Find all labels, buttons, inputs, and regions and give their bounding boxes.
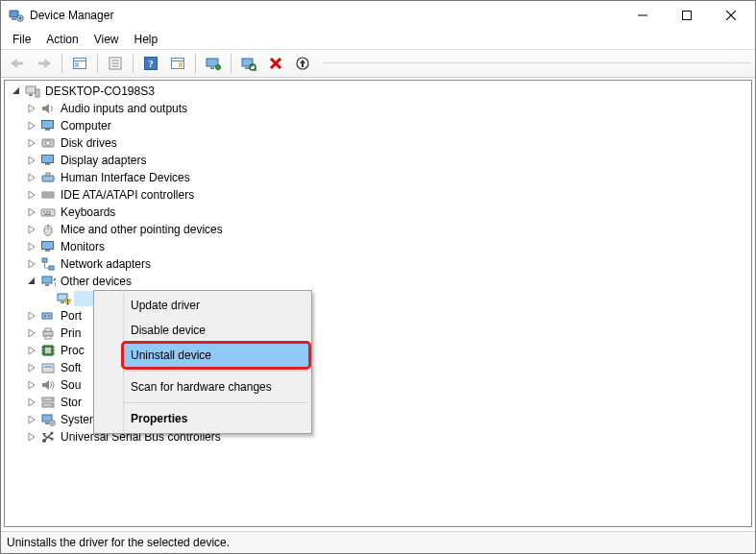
- cm-scan-hardware[interactable]: Scan for hardware changes: [123, 374, 309, 399]
- system-icon: [39, 412, 57, 427]
- svg-marker-42: [29, 122, 35, 130]
- svg-rect-6: [683, 12, 692, 20]
- port-icon: [39, 308, 57, 324]
- svg-rect-89: [45, 328, 51, 331]
- tree-item[interactable]: ?Other devices: [5, 273, 751, 290]
- uninstall-button[interactable]: [263, 51, 288, 76]
- scan-hardware-button[interactable]: [236, 51, 261, 76]
- tree-item[interactable]: Audio inputs and outputs: [5, 100, 751, 117]
- tree-item-label: Port: [59, 307, 84, 325]
- svg-rect-4: [18, 17, 22, 18]
- svg-rect-90: [45, 336, 51, 339]
- tree-item[interactable]: Monitors: [5, 238, 751, 255]
- svg-rect-84: [42, 313, 52, 319]
- svg-point-47: [46, 141, 51, 146]
- tree-item[interactable]: Keyboards: [5, 204, 751, 221]
- tree-item[interactable]: Network adapters: [5, 255, 751, 273]
- menu-view[interactable]: View: [86, 31, 127, 48]
- svg-rect-102: [44, 366, 52, 368]
- tree-item[interactable]: Mice and other pointing devices: [5, 221, 751, 238]
- close-button[interactable]: [709, 1, 753, 30]
- sound-icon: [39, 377, 57, 393]
- monitor-icon: [39, 153, 57, 168]
- expander-icon[interactable]: [24, 343, 39, 358]
- update-button[interactable]: [290, 51, 315, 76]
- svg-rect-26: [210, 67, 214, 69]
- menu-file[interactable]: File: [5, 31, 38, 48]
- show-hidden-button[interactable]: [67, 51, 92, 76]
- svg-rect-12: [38, 62, 44, 65]
- tree-root[interactable]: DESKTOP-CO198S3: [5, 83, 751, 100]
- back-button[interactable]: [5, 51, 30, 76]
- svg-rect-77: [45, 284, 49, 286]
- toolbar-separator: [195, 54, 196, 73]
- expander-icon[interactable]: [24, 187, 39, 203]
- tree-item[interactable]: IDE ATA/ATAPI controllers: [5, 186, 751, 204]
- expander-icon[interactable]: [24, 325, 39, 341]
- properties-button[interactable]: [103, 51, 128, 76]
- cm-disable-device[interactable]: Disable device: [123, 318, 309, 343]
- expander-icon[interactable]: [9, 84, 24, 99]
- svg-marker-48: [29, 157, 35, 164]
- svg-point-85: [44, 315, 46, 317]
- toolbar-separator: [61, 54, 62, 73]
- svg-rect-38: [29, 94, 33, 96]
- expander-icon[interactable]: [24, 412, 39, 427]
- svg-point-118: [51, 432, 54, 435]
- menubar: File Action View Help: [1, 30, 755, 49]
- expander-spacer: [39, 291, 55, 306]
- tree-item[interactable]: Computer: [5, 117, 751, 134]
- svg-marker-110: [29, 416, 35, 423]
- svg-marker-11: [44, 59, 51, 68]
- expander-icon[interactable]: [24, 256, 39, 272]
- svg-marker-67: [29, 243, 35, 251]
- expander-icon[interactable]: [24, 135, 39, 151]
- svg-rect-50: [45, 163, 50, 165]
- expander-icon[interactable]: [24, 118, 39, 133]
- tree-item[interactable]: Human Interface Devices: [5, 169, 751, 186]
- cm-update-driver[interactable]: Update driver: [123, 293, 309, 318]
- monitor-button[interactable]: [201, 51, 226, 76]
- details-button[interactable]: [165, 51, 190, 76]
- tree-item-label: Human Interface Devices: [59, 169, 192, 186]
- tree-item-label: Audio inputs and outputs: [59, 100, 189, 117]
- maximize-button[interactable]: [665, 1, 709, 30]
- app-icon: [9, 8, 24, 23]
- tree-item-label: Display adapters: [59, 152, 148, 169]
- expander-icon[interactable]: [24, 377, 39, 393]
- expander-icon[interactable]: [24, 170, 39, 185]
- expander-icon[interactable]: [24, 205, 39, 220]
- expander-icon[interactable]: [24, 360, 39, 375]
- expander-icon[interactable]: [24, 222, 39, 237]
- tree-item[interactable]: Disk drives: [5, 134, 751, 152]
- cm-uninstall-device[interactable]: Uninstall device: [123, 343, 309, 368]
- cm-properties[interactable]: Properties: [123, 406, 309, 431]
- expander-icon[interactable]: [24, 308, 39, 324]
- menu-action[interactable]: Action: [38, 31, 85, 48]
- svg-point-114: [52, 422, 54, 424]
- svg-marker-36: [12, 87, 19, 94]
- expander-icon[interactable]: [24, 239, 39, 254]
- tree-item-label: Disk drives: [59, 134, 119, 152]
- tree-item[interactable]: Display adapters: [5, 152, 751, 169]
- svg-point-86: [48, 315, 50, 317]
- svg-rect-43: [42, 121, 54, 129]
- expander-icon[interactable]: [24, 395, 39, 410]
- forward-button[interactable]: [32, 51, 57, 76]
- svg-marker-9: [11, 59, 17, 68]
- window-title: Device Manager: [30, 9, 621, 22]
- tree-item-label: Monitors: [59, 238, 107, 255]
- expander-icon[interactable]: [24, 429, 39, 445]
- svg-rect-63: [44, 214, 51, 216]
- computer-icon: [24, 84, 41, 99]
- menu-help[interactable]: Help: [127, 31, 166, 48]
- expander-icon[interactable]: [24, 274, 39, 289]
- expander-icon[interactable]: [24, 153, 39, 168]
- statusbar: Uninstalls the driver for the selected d…: [1, 531, 755, 553]
- status-text: Uninstalls the driver for the selected d…: [7, 536, 230, 549]
- svg-rect-101: [42, 364, 54, 373]
- minimize-button[interactable]: [621, 1, 665, 30]
- help-button[interactable]: ?: [138, 51, 163, 76]
- svg-marker-103: [29, 381, 35, 389]
- expander-icon[interactable]: [24, 101, 39, 116]
